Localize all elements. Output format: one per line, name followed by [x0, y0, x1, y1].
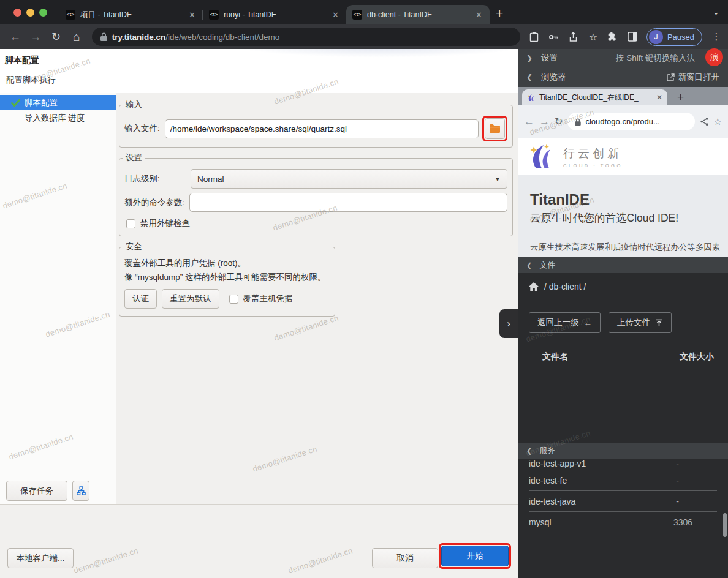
tab-ruoyi[interactable]: <t> ruoyi - TitanIDE ✕ [203, 5, 346, 24]
minimize-window-button[interactable] [26, 9, 34, 17]
close-tab-icon[interactable]: ✕ [474, 10, 483, 20]
back-icon[interactable]: ← [524, 116, 534, 128]
nav-item-label: 脚本配置 [25, 97, 58, 108]
service-port: - [676, 459, 717, 468]
cloudtogo-page-header: 行云创新 CLOUD · TOGO [518, 138, 728, 175]
go-up-button[interactable]: 返回上一级 ← [529, 312, 601, 333]
dialog-subtitle: 配置脚本执行 [6, 75, 518, 86]
log-level-value: Normal [197, 175, 224, 184]
inner-tab-active[interactable]: TitanIDE_CloudIDE_在线IDE_ ✕ [522, 89, 667, 105]
service-row[interactable]: ide-test-app-v1 - [529, 459, 717, 470]
nav-item-label: 导入数据库 进度 [25, 113, 85, 124]
panel-section-settings[interactable]: ❯ 设置 按 Shift 键切换输入法 [518, 49, 728, 67]
files-body: / db-client / 返回上一级 ← 上传文件 文件名 文件大小 [518, 273, 728, 443]
tab-db-client-active[interactable]: <t> db-client - TitanIDE ✕ [346, 5, 490, 24]
demo-badge[interactable]: 演 [705, 48, 723, 66]
input-file-field[interactable] [165, 119, 479, 138]
service-port: - [676, 497, 717, 506]
input-group-legend: 输入 [123, 99, 145, 110]
chevron-down-icon: ❮ [526, 261, 532, 269]
service-row[interactable]: mysql 3306 [529, 512, 717, 532]
local-client-button[interactable]: 本地客户端... [7, 548, 74, 568]
browser-toolbar: ← → ↻ ⌂ try.titanide.cn/ide/web/coding/d… [0, 24, 728, 49]
service-row[interactable]: ide-test-java - [529, 491, 717, 511]
schedule-sitemap-button[interactable] [72, 481, 89, 501]
files-section-label: 文件 [539, 260, 555, 271]
annotation-box-folder [482, 116, 507, 141]
close-window-button[interactable] [13, 9, 21, 17]
inner-address-bar[interactable]: cloudtogo.cn/produ... [567, 113, 694, 130]
panel-collapse-handle[interactable]: › [499, 309, 518, 338]
log-level-select[interactable]: Normal ▼ [191, 169, 507, 189]
inner-new-tab-button[interactable]: + [667, 91, 684, 105]
input-file-label: 输入文件: [124, 123, 160, 134]
panel-section-services[interactable]: ❮ 服务 [518, 443, 728, 459]
panel-section-files[interactable]: ❮ 文件 [518, 257, 728, 273]
tab-search-chevron-icon[interactable]: ⌄ [713, 7, 719, 17]
close-tab-icon[interactable]: ✕ [188, 10, 197, 20]
forward-icon[interactable]: → [26, 31, 44, 43]
close-tab-icon[interactable]: ✕ [331, 10, 340, 20]
hero-subtitle: 云原生时代您的首选Cloud IDE! [530, 211, 728, 225]
scrollbar-thumb[interactable] [723, 513, 727, 537]
browser-section-label: 浏览器 [541, 72, 566, 83]
start-button[interactable]: 开始 [441, 546, 509, 566]
input-group: 输入 输入文件: [119, 99, 513, 148]
cloudtogo-logo-icon [528, 144, 557, 170]
side-panel-icon[interactable] [627, 31, 638, 42]
cancel-button[interactable]: 取消 [372, 548, 438, 568]
reset-default-button[interactable]: 重置为默认 [162, 289, 219, 309]
share-icon[interactable] [568, 31, 579, 42]
back-icon[interactable]: ← [6, 31, 24, 43]
dialog-footer: 本地客户端... 取消 开始 [0, 504, 518, 578]
dialog-form: 输入 输入文件: 设置 [116, 93, 518, 504]
browse-file-button[interactable] [485, 118, 505, 139]
nav-item-script-config[interactable]: 脚本配置 [0, 95, 116, 110]
disable-fk-checkbox[interactable] [126, 219, 135, 228]
share-nodes-icon[interactable] [700, 117, 709, 126]
bookmark-star-icon[interactable]: ☆ [588, 31, 599, 42]
password-key-icon[interactable] [548, 31, 559, 42]
check-icon [11, 99, 20, 107]
profile-paused-button[interactable]: J Paused [646, 28, 702, 46]
extensions-puzzle-icon[interactable] [607, 31, 618, 42]
ide-side-panel: 演 ❯ 设置 按 Shift 键切换输入法 ❮ 浏览器 新窗口打开 TitanI… [518, 49, 728, 578]
go-up-label: 返回上一级 [537, 317, 579, 328]
save-task-button[interactable]: 保存任务 [6, 481, 67, 501]
maximize-window-button[interactable] [39, 9, 47, 17]
override-host-label: 覆盖主机凭据 [243, 293, 293, 304]
services-section-label: 服务 [539, 445, 555, 456]
inner-browser-toolbar: ← → ↻ cloudtogo.cn/produ... ☆ [518, 105, 728, 138]
reload-icon[interactable]: ↻ [47, 30, 65, 43]
override-host-checkbox[interactable] [229, 295, 238, 304]
close-tab-icon[interactable]: ✕ [656, 93, 662, 102]
profile-status: Paused [667, 32, 694, 42]
new-tab-button[interactable]: + [490, 5, 510, 24]
bookmark-star-icon[interactable]: ☆ [714, 116, 722, 127]
address-bar[interactable]: try.titanide.cn/ide/web/coding/db-client… [92, 28, 520, 46]
browser-menu-icon[interactable]: ⋮ [711, 31, 722, 42]
upload-file-button[interactable]: 上传文件 [609, 312, 672, 333]
brand-name: 行云创新 [563, 146, 623, 162]
forward-icon[interactable]: → [539, 116, 550, 128]
profile-avatar: J [649, 30, 663, 44]
home-icon[interactable] [529, 282, 539, 291]
extra-args-field[interactable] [189, 193, 507, 212]
inner-tab-strip: TitanIDE_CloudIDE_在线IDE_ ✕ + [518, 87, 728, 105]
authenticate-button[interactable]: 认证 [124, 289, 157, 309]
panel-section-browser[interactable]: ❮ 浏览器 新窗口打开 [518, 67, 728, 87]
dialog-nav: 脚本配置 导入数据库 进度 保存任务 [0, 93, 116, 504]
open-new-window-button[interactable]: 新窗口打开 [667, 72, 720, 83]
arrow-left-icon: ← [584, 318, 593, 328]
clipboard-icon[interactable] [529, 31, 540, 42]
home-icon[interactable]: ⌂ [67, 30, 85, 44]
breadcrumb-path[interactable]: / db-client / [544, 282, 586, 291]
service-row[interactable]: ide-test-fe - [529, 470, 717, 490]
reload-icon[interactable]: ↻ [555, 116, 563, 127]
service-name: ide-test-app-v1 [529, 459, 586, 468]
nav-item-import-progress[interactable]: 导入数据库 进度 [0, 110, 116, 126]
dialog-header: 脚本配置 配置脚本执行 [0, 49, 518, 93]
tab-project[interactable]: <t> 项目 - TitanIDE ✕ [59, 5, 203, 24]
tab-label: 项目 - TitanIDE [80, 10, 183, 20]
browser-window: <t> 项目 - TitanIDE ✕ <t> ruoyi - TitanIDE… [0, 0, 728, 578]
